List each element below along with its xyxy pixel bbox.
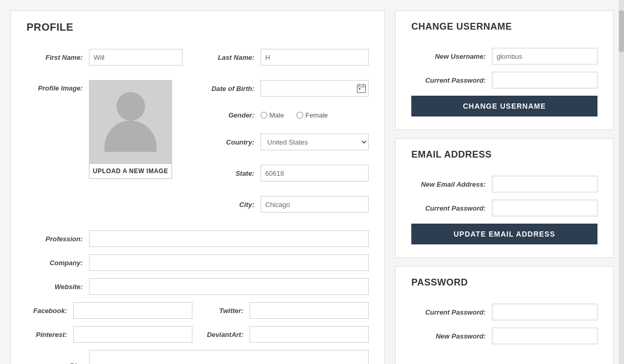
email-address-title: EMAIL ADDRESS — [411, 149, 597, 165]
password-title: PASSWORD — [411, 277, 597, 293]
social-row-1: Facebook: Twitter: — [27, 302, 369, 319]
avatar-body — [105, 121, 157, 152]
profile-panel: PROFILE First Name: Profile Image: — [10, 10, 385, 364]
pinterest-half: Pinterest: — [27, 326, 192, 343]
new-email-row: New Email Address: — [411, 176, 597, 192]
twitter-half: Twitter: — [203, 302, 369, 319]
gender-female-option[interactable]: Female — [296, 111, 328, 119]
gender-row: Gender: Male Female — [198, 111, 369, 119]
facebook-half: Facebook: — [27, 302, 192, 319]
bio-row: Bio: — [27, 350, 369, 364]
gender-male-label: Male — [269, 111, 284, 119]
state-row: State: — [198, 165, 369, 181]
country-label: Country: — [198, 138, 261, 146]
website-input[interactable] — [89, 278, 369, 295]
website-label: Website: — [27, 283, 89, 291]
change-username-title: CHANGE USERNAME — [411, 21, 597, 37]
dob-row: Date of Birth: — [198, 80, 369, 97]
password-current-input[interactable] — [492, 304, 597, 320]
avatar-box — [89, 80, 172, 163]
change-username-button[interactable]: CHANGE USERNAME — [411, 96, 597, 116]
company-label: Company: — [27, 259, 89, 267]
country-row: Country: United States Canada United Kin… — [198, 134, 369, 150]
first-name-label: First Name: — [27, 54, 89, 61]
update-email-button[interactable]: UPDATE EMAIL ADDRESS — [411, 224, 597, 244]
new-email-label: New Email Address: — [411, 180, 492, 188]
pinterest-input[interactable] — [73, 326, 192, 343]
website-row: Website: — [27, 278, 369, 295]
password-new-input[interactable] — [492, 328, 597, 344]
svg-rect-4 — [359, 88, 360, 89]
new-email-input[interactable] — [492, 176, 597, 192]
password-current-label: Current Password: — [411, 308, 492, 316]
gender-male-option[interactable]: Male — [261, 111, 284, 119]
dob-wrapper — [261, 80, 369, 97]
company-input[interactable] — [89, 254, 369, 271]
twitter-input[interactable] — [250, 302, 369, 319]
city-input[interactable] — [261, 196, 369, 213]
gender-female-radio[interactable] — [296, 112, 303, 119]
username-current-password-row: Current Password: — [411, 72, 597, 88]
avatar-container: UPLOAD A NEW IMAGE — [89, 80, 172, 179]
password-new-label: New Password: — [411, 332, 492, 340]
profession-label: Profession: — [27, 235, 89, 243]
facebook-label: Facebook: — [27, 307, 73, 315]
change-username-section: CHANGE USERNAME New Username: Current Pa… — [395, 10, 614, 130]
country-select[interactable]: United States Canada United Kingdom Aust… — [261, 134, 369, 150]
email-address-section: EMAIL ADDRESS New Email Address: Current… — [395, 138, 614, 258]
profile-image-label: Profile Image: — [27, 84, 89, 92]
new-username-input[interactable] — [492, 48, 597, 64]
deviantart-half: DeviantArt: — [203, 326, 369, 343]
bio-input[interactable] — [89, 350, 369, 364]
profession-input[interactable] — [89, 230, 369, 247]
avatar-head — [116, 92, 145, 121]
profile-image-row: Profile Image: UPLOAD A NEW IMAGE — [27, 80, 183, 179]
scrollbar-thumb[interactable] — [619, 10, 624, 52]
password-current-row: Current Password: — [411, 304, 597, 320]
company-row: Company: — [27, 254, 369, 271]
last-name-row: Last Name: — [198, 49, 369, 66]
scrollbar-track — [619, 0, 624, 364]
profession-row: Profession: — [27, 230, 369, 247]
social-row-2: Pinterest: DeviantArt: — [27, 326, 369, 343]
email-current-password-row: Current Password: — [411, 200, 597, 216]
calendar-icon[interactable] — [356, 83, 367, 94]
bio-label: Bio: — [27, 362, 89, 365]
first-name-row: First Name: — [27, 49, 183, 66]
avatar-figure — [105, 92, 157, 152]
deviantart-label: DeviantArt: — [203, 331, 250, 339]
gender-female-label: Female — [305, 111, 328, 119]
state-label: State: — [198, 170, 261, 177]
deviantart-input[interactable] — [250, 326, 369, 343]
twitter-label: Twitter: — [203, 307, 250, 315]
state-input[interactable] — [261, 165, 369, 181]
email-current-password-input[interactable] — [492, 200, 597, 216]
right-panel: CHANGE USERNAME New Username: Current Pa… — [395, 10, 614, 364]
gender-options: Male Female — [261, 111, 328, 119]
dob-input[interactable] — [261, 80, 369, 97]
gender-label: Gender: — [198, 111, 261, 119]
profile-title: PROFILE — [27, 21, 369, 38]
new-username-label: New Username: — [411, 53, 492, 60]
new-username-row: New Username: — [411, 48, 597, 64]
username-current-password-label: Current Password: — [411, 76, 492, 84]
first-name-input[interactable] — [89, 49, 183, 66]
facebook-input[interactable] — [73, 302, 192, 319]
last-name-label: Last Name: — [198, 54, 261, 61]
gender-male-radio[interactable] — [261, 112, 267, 119]
username-current-password-input[interactable] — [492, 72, 597, 88]
upload-image-button[interactable]: UPLOAD A NEW IMAGE — [89, 163, 172, 179]
city-label: City: — [198, 201, 261, 209]
city-row: City: — [198, 196, 369, 213]
dob-label: Date of Birth: — [198, 85, 261, 93]
password-section: PASSWORD Current Password: New Password: — [395, 266, 614, 364]
last-name-input[interactable] — [261, 49, 369, 66]
svg-rect-0 — [357, 85, 366, 93]
email-current-password-label: Current Password: — [411, 204, 492, 212]
password-new-row: New Password: — [411, 328, 597, 344]
pinterest-label: Pinterest: — [27, 331, 73, 339]
